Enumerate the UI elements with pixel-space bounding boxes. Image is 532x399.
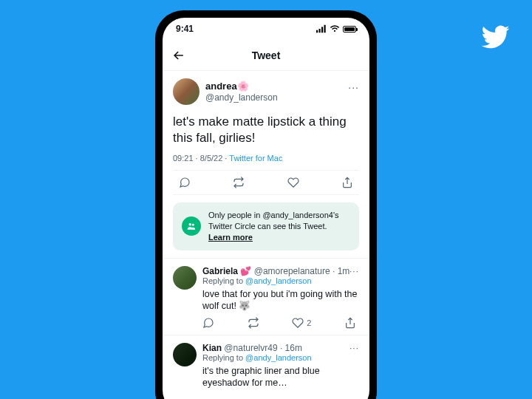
svg-point-4 — [189, 223, 192, 226]
svg-point-5 — [192, 224, 194, 226]
tweet-actions — [173, 170, 359, 195]
battery-icon — [343, 26, 356, 33]
author-row[interactable]: andrea🌸 @andy_landerson ··· — [173, 78, 359, 105]
reply-header: Kian @naturelvr49 · 16m ··· — [202, 343, 359, 353]
svg-rect-3 — [324, 25, 326, 33]
like-icon — [292, 317, 304, 329]
reply-time: 1m — [338, 266, 350, 276]
retweet-icon[interactable] — [233, 177, 245, 188]
like-button[interactable]: 2 — [292, 317, 311, 329]
circle-icon — [182, 216, 201, 236]
more-options-button[interactable]: ··· — [348, 81, 359, 93]
author-info: andrea🌸 @andy_landerson — [205, 81, 278, 103]
author-avatar[interactable] — [173, 78, 200, 105]
reply-time: 16m — [285, 343, 302, 353]
tweet-meta: 09:21 · 8/5/22 · Twitter for Mac — [173, 154, 359, 170]
author-display-name: andrea🌸 — [205, 81, 278, 92]
reply-actions: 2 — [202, 317, 359, 329]
svg-rect-1 — [319, 29, 321, 33]
retweet-icon[interactable] — [248, 317, 259, 329]
learn-more-link[interactable]: Learn more — [208, 233, 253, 242]
reply-icon[interactable] — [179, 177, 191, 188]
reply-avatar[interactable] — [173, 266, 197, 290]
cellular-icon — [316, 24, 327, 33]
circle-message: Only people in @andy_landerson4's Twitte… — [208, 211, 339, 231]
reply-more-button[interactable]: ··· — [349, 266, 359, 276]
circle-banner-text: Only people in @andy_landerson4's Twitte… — [208, 210, 350, 243]
content-area: andrea🌸 @andy_landerson ··· let's make m… — [163, 71, 369, 399]
tweet-date: 8/5/22 — [200, 154, 223, 163]
like-count: 2 — [307, 318, 311, 327]
header: Tweet — [163, 40, 369, 71]
share-icon[interactable] — [341, 177, 353, 188]
back-button[interactable] — [171, 48, 186, 63]
replying-to-handle[interactable]: @andy_landerson — [245, 353, 311, 362]
reply-item[interactable]: Kian @naturelvr49 · 16m ··· Replying to … — [163, 335, 369, 395]
phone-frame: 9:41 Tweet andrea🌸 @andy_landerson ··· — [155, 10, 377, 399]
wifi-icon — [330, 24, 340, 33]
reply-body: Gabriela 💕 @amorepelanature · 1m ··· Rep… — [202, 266, 359, 329]
share-icon[interactable] — [344, 317, 356, 329]
reply-text: love that for you but i'm going with the… — [202, 288, 359, 313]
reply-display-name: Kian — [202, 343, 222, 353]
author-handle: @andy_landerson — [205, 92, 278, 103]
page-title: Tweet — [252, 50, 281, 61]
status-time: 9:41 — [176, 24, 194, 34]
reply-more-button[interactable]: ··· — [349, 343, 359, 353]
status-indicators — [316, 24, 356, 33]
reply-item[interactable]: Gabriela 💕 @amorepelanature · 1m ··· Rep… — [163, 258, 369, 335]
replying-to-handle[interactable]: @andy_landerson — [245, 276, 311, 285]
reply-body: Kian @naturelvr49 · 16m ··· Replying to … — [202, 343, 359, 389]
replying-to: Replying to @andy_landerson — [202, 353, 359, 362]
twitter-logo — [480, 22, 510, 52]
reply-handle: @amorepelanature — [254, 266, 330, 276]
reply-header: Gabriela 💕 @amorepelanature · 1m ··· — [202, 266, 359, 276]
like-icon[interactable] — [287, 177, 299, 188]
reply-avatar[interactable] — [173, 343, 197, 366]
tweet-time: 09:21 — [173, 154, 194, 163]
svg-rect-0 — [316, 30, 318, 33]
reply-handle: @naturelvr49 — [224, 343, 277, 353]
twitter-circle-banner: Only people in @andy_landerson4's Twitte… — [173, 202, 359, 250]
tweet-source[interactable]: Twitter for Mac — [229, 154, 282, 163]
svg-rect-2 — [321, 27, 323, 33]
replying-to: Replying to @andy_landerson — [202, 276, 359, 285]
phone-screen: 9:41 Tweet andrea🌸 @andy_landerson ··· — [163, 18, 369, 399]
reply-icon[interactable] — [202, 317, 214, 329]
status-bar: 9:41 — [163, 18, 369, 40]
reply-text: it's the graphic liner and blue eyeshado… — [202, 365, 359, 389]
tweet-text: let's make matte lipstick a thing this f… — [173, 114, 359, 146]
reply-display-name: Gabriela 💕 — [202, 266, 251, 276]
main-tweet: andrea🌸 @andy_landerson ··· let's make m… — [163, 71, 369, 195]
